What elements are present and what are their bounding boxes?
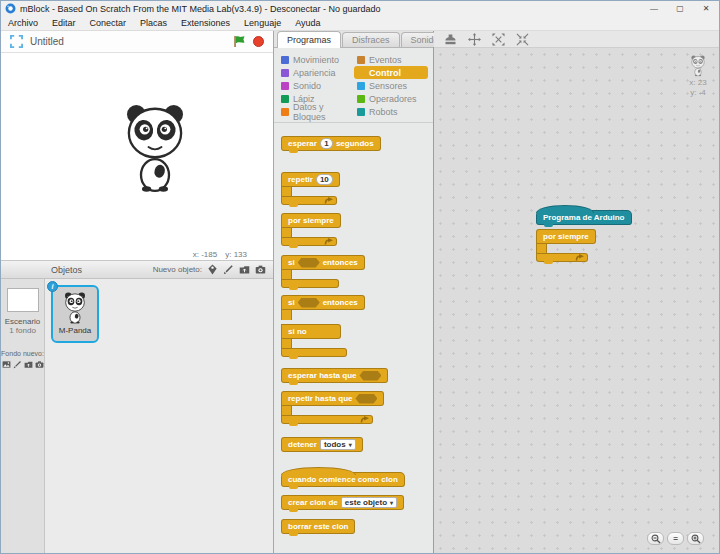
number-input[interactable]: 10 (316, 174, 333, 185)
tab-programas[interactable]: Programas (277, 31, 341, 48)
number-input[interactable]: 1 (320, 138, 333, 149)
paint-brush-icon[interactable] (223, 264, 234, 275)
block-bottom-bar (281, 237, 337, 246)
paint-brush-icon[interactable] (13, 360, 22, 369)
block-palette: esperar1segundosrepetir10por siempresien… (274, 123, 433, 553)
sprite-list[interactable]: i M-Panda (45, 279, 273, 553)
menu-conectar[interactable]: Conectar (83, 18, 134, 28)
sprite-thumbnail-m-panda[interactable]: i M-Panda (51, 285, 99, 343)
dropdown-value: este objeto (345, 498, 387, 507)
tab-disfraces[interactable]: Disfraces (342, 32, 400, 47)
menu-editar[interactable]: Editar (45, 18, 83, 28)
category-label: Sonido (293, 81, 321, 91)
block-esperar-segundos[interactable]: esperar1segundos (281, 132, 433, 151)
block-text: entonces (323, 258, 358, 267)
green-flag-button[interactable] (233, 35, 246, 48)
block-repetir-hasta-que[interactable]: repetir hasta que (281, 387, 373, 424)
scripts-canvas[interactable]: x: 23 y: -4 Programa de Arduinopor siemp… (434, 48, 719, 553)
block-por-siempre[interactable]: por siempre (281, 209, 337, 246)
block-repetir[interactable]: repetir10 (281, 168, 337, 205)
category-datos-y-bloques[interactable]: Datos y Bloques (278, 105, 351, 118)
block-detener[interactable]: detenertodos▾ (281, 433, 433, 452)
category-sonido[interactable]: Sonido (278, 79, 351, 92)
category-color-swatch (281, 56, 289, 64)
category-label: Eventos (369, 55, 402, 65)
grow-icon[interactable] (492, 33, 505, 46)
block-bar: detenertodos▾ (281, 437, 363, 452)
boolean-slot (355, 394, 377, 404)
zoom-out-button[interactable] (647, 532, 664, 545)
block-si-entonces-si-no[interactable]: sientoncessi no (281, 291, 347, 357)
block-borrar-este-clon[interactable]: borrar este clon (281, 515, 433, 534)
stage[interactable] (1, 53, 273, 249)
stamp-icon[interactable] (444, 33, 457, 46)
sprite-mini-icon (688, 53, 708, 78)
block-programa-de-arduino[interactable]: Programa de Arduino (536, 205, 632, 225)
move-icon[interactable] (468, 33, 481, 46)
objects-label: Objetos (51, 265, 153, 275)
camera-icon[interactable] (35, 360, 44, 369)
shrink-icon[interactable] (516, 33, 529, 46)
sprites-panel: Objetos Nuevo objeto: Escenario 1 fondo … (1, 261, 273, 553)
category-color-swatch (281, 69, 289, 77)
menu-ayuda[interactable]: Ayuda (288, 18, 327, 28)
editor-tabs: ProgramasDisfracesSonidos (274, 31, 433, 48)
category-operadores[interactable]: Operadores (354, 92, 428, 105)
block-bottom-bar (281, 279, 339, 288)
category-apariencia[interactable]: Apariencia (278, 66, 351, 79)
panda-sprite[interactable] (113, 97, 197, 197)
block-cuando-comience-como-clon[interactable]: cuando comience como clon (281, 467, 433, 487)
category-eventos[interactable]: Eventos (354, 53, 428, 66)
dropdown-arrow-icon: ▾ (349, 441, 352, 448)
zoom-in-button[interactable] (687, 532, 704, 545)
block-text: por siempre (288, 216, 334, 225)
boolean-slot (298, 298, 320, 308)
stage-header: Untitled (1, 31, 273, 53)
stage-column: Untitled x: -185 y: 133 Objetos Nuevo ob… (1, 31, 274, 553)
minimize-button[interactable]: — (641, 4, 667, 13)
maximize-button[interactable]: ▢ (667, 4, 693, 13)
block-text: detener (288, 440, 317, 449)
close-button[interactable]: ✕ (693, 4, 719, 13)
menu-lenguaje[interactable]: Lenguaje (237, 18, 288, 28)
category-sensores[interactable]: Sensores (354, 79, 428, 92)
category-color-swatch (357, 56, 365, 64)
category-label: Operadores (369, 94, 417, 104)
stop-button[interactable] (253, 36, 264, 47)
category-control[interactable]: Control (354, 66, 428, 79)
dropdown[interactable]: este objeto▾ (341, 497, 397, 508)
window-title: mBlock - Based On Scratch From the MIT M… (20, 4, 641, 14)
sprite-info-icon[interactable]: i (47, 281, 58, 292)
category-label: Sensores (369, 81, 407, 91)
backdrop-thumbnail[interactable] (7, 288, 39, 312)
picture-icon[interactable] (2, 360, 11, 369)
menu-archivo[interactable]: Archivo (1, 18, 45, 28)
mouse-coordinates: x: -185 y: 133 (1, 249, 273, 261)
zoom-reset-button[interactable]: = (667, 532, 684, 545)
camera-icon[interactable] (255, 264, 266, 275)
category-label: Datos y Bloques (293, 102, 351, 122)
block-esperar-hasta-que[interactable]: esperar hasta que (281, 364, 433, 383)
sprite-library-icon[interactable] (207, 264, 218, 275)
app-icon (5, 3, 16, 14)
block-si-entonces[interactable]: sientonces (281, 251, 339, 288)
upload-icon[interactable] (24, 360, 33, 369)
block-text: segundos (336, 139, 374, 148)
block-text: por siempre (543, 232, 589, 241)
category-movimiento[interactable]: Movimiento (278, 53, 351, 66)
menu-placas[interactable]: Placas (133, 18, 174, 28)
upload-icon[interactable] (239, 264, 250, 275)
block-text: crear clon de (288, 498, 338, 507)
block-por-siempre-script[interactable]: por siempre (536, 225, 588, 262)
category-color-swatch (357, 95, 365, 103)
category-robots[interactable]: Robots (354, 105, 428, 118)
dropdown[interactable]: todos▾ (320, 439, 356, 450)
fullscreen-icon[interactable] (10, 35, 23, 48)
mblock-window: mBlock - Based On Scratch From the MIT M… (0, 0, 720, 554)
script-stack[interactable]: Programa de Arduinopor siempre (534, 205, 632, 262)
menu-extensiones[interactable]: Extensiones (174, 18, 237, 28)
block-bar: borrar este clon (281, 519, 355, 534)
stage-backdrop-sidebar: Escenario 1 fondo Fondo nuevo: (1, 279, 45, 553)
block-crear-clon-de[interactable]: crear clon deeste objeto▾ (281, 491, 433, 510)
category-label: Robots (369, 107, 398, 117)
